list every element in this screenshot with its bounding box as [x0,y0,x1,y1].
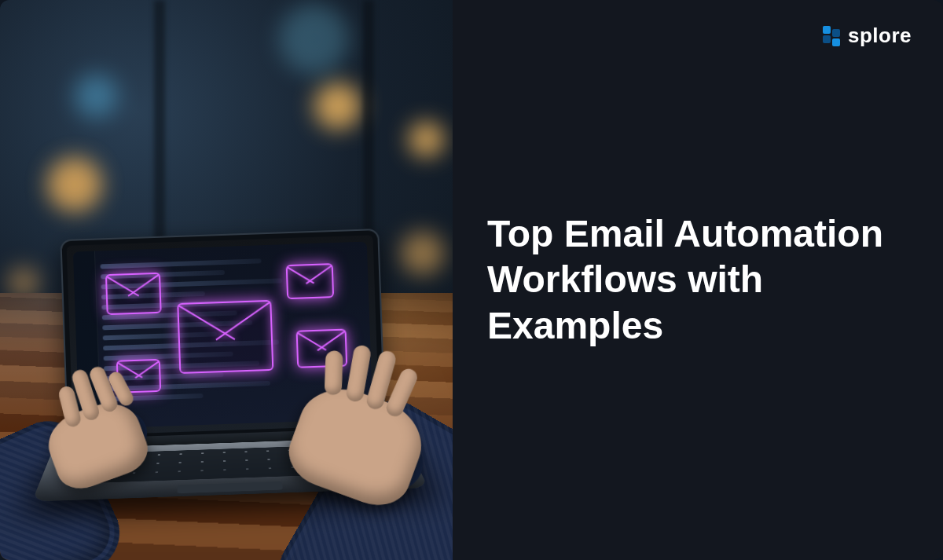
bokeh-light [47,157,102,212]
bokeh-light [401,232,444,275]
hero-photo [0,0,453,560]
logo-mark-icon [823,26,840,46]
envelope-icon [177,300,273,374]
bokeh-light [409,122,444,157]
text-panel: splore Top Email Automation Workflows wi… [453,0,943,560]
hero-card: splore Top Email Automation Workflows wi… [0,0,943,560]
brand-name: splore [848,24,912,48]
bokeh-light [279,4,350,75]
laptop [50,229,397,500]
envelope-icon [105,273,162,315]
trackpad [177,481,283,493]
envelope-icon [286,263,334,299]
bokeh-light [314,82,361,130]
brand-logo: splore [823,24,912,48]
page-title: Top Email Automation Workflows with Exam… [487,211,896,350]
bokeh-light [75,75,118,118]
